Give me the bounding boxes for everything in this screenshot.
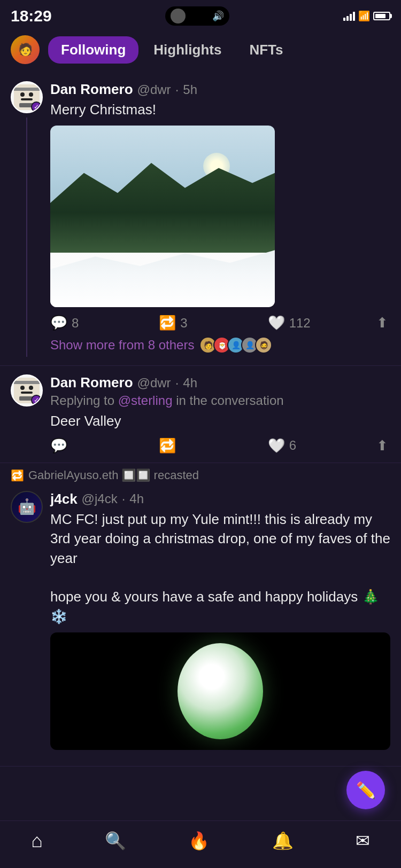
post-2-left: ✓ bbox=[11, 374, 43, 453]
post-3-left: 🤖 bbox=[11, 491, 43, 757]
tab-nfts[interactable]: NFTs bbox=[236, 36, 296, 64]
mail-icon: ✉ bbox=[356, 831, 370, 851]
bell-icon: 🔔 bbox=[272, 831, 294, 851]
show-more-text-1: Show more from 8 others bbox=[50, 338, 194, 353]
post-2-avatar[interactable]: ✓ bbox=[11, 374, 43, 406]
reply-action-2[interactable]: 💬 bbox=[50, 437, 159, 454]
post-1-dot: · bbox=[175, 82, 179, 97]
tab-following[interactable]: Following bbox=[48, 36, 138, 64]
post-2-content: Dan Romero @dwr · 4h Replying to @sterli… bbox=[50, 374, 390, 453]
mountain-art bbox=[50, 153, 275, 253]
nav-notifications[interactable]: 🔔 bbox=[272, 831, 294, 851]
nav-home[interactable]: ⌂ bbox=[31, 830, 43, 852]
post-1-handle: @dwr bbox=[137, 82, 171, 97]
post-2: ✓ Dan Romero @dwr · 4h Replying to @ster… bbox=[0, 366, 401, 463]
compose-icon: ✏️ bbox=[356, 781, 376, 800]
post-2-actions: 💬 🔁 🤍 6 ⬆ bbox=[50, 437, 390, 454]
post-2-text: Deer Valley bbox=[50, 411, 390, 431]
post-2-handle: @dwr bbox=[137, 376, 171, 390]
post-2-author: Dan Romero bbox=[50, 374, 133, 391]
nav-trending[interactable]: 🔥 bbox=[188, 831, 210, 851]
dynamic-island: 🔊 bbox=[165, 6, 229, 26]
post-3-wrapper: 🔁 GabrielAyuso.eth 🔲🔲 recasted 🤖 j4ck @j… bbox=[0, 463, 401, 767]
recast-icon-1: 🔁 bbox=[159, 315, 176, 331]
reply-action-1[interactable]: 💬 8 bbox=[50, 315, 159, 331]
like-action-1[interactable]: 🤍 112 bbox=[268, 315, 376, 331]
speaker-icon: 🔊 bbox=[212, 10, 224, 22]
tab-highlights[interactable]: Highlights bbox=[141, 36, 234, 64]
share-action-1[interactable]: ⬆ bbox=[376, 315, 390, 331]
post-3-dot: · bbox=[122, 491, 126, 506]
verified-badge-1: ✓ bbox=[31, 101, 42, 112]
post-1-actions: 💬 8 🔁 3 🤍 112 ⬆ bbox=[50, 315, 390, 331]
post-1-time: 5h bbox=[183, 82, 197, 97]
replying-to-text-2: Replying to bbox=[50, 393, 114, 408]
post-1: ✓ Dan Romero @dwr · 5h Merry Christmas! bbox=[0, 73, 401, 366]
nft-orb-art bbox=[178, 643, 263, 739]
recast-icon-2: 🔁 bbox=[159, 437, 176, 454]
home-icon: ⌂ bbox=[31, 830, 43, 852]
verified-badge-2: ✓ bbox=[31, 395, 42, 405]
post-3-header: j4ck @j4ck · 4h bbox=[50, 491, 390, 507]
post-2-header: Dan Romero @dwr · 4h bbox=[50, 374, 390, 391]
share-icon-1: ⬆ bbox=[376, 315, 388, 331]
recast-icon-bar: 🔁 bbox=[11, 469, 24, 482]
j4ck-avatar-icon: 🤖 bbox=[18, 498, 36, 515]
reply-icon-2: 💬 bbox=[50, 437, 67, 454]
like-icon-1: 🤍 bbox=[268, 315, 285, 331]
header: 🧑 Following Highlights NFTs bbox=[0, 30, 401, 73]
nav-search[interactable]: 🔍 bbox=[105, 831, 126, 851]
wifi-icon: 📶 bbox=[358, 10, 370, 22]
recast-count-1: 3 bbox=[180, 316, 187, 331]
like-action-2[interactable]: 🤍 6 bbox=[268, 437, 376, 454]
reply-icon-1: 💬 bbox=[50, 315, 67, 331]
mention-sterling[interactable]: @sterling bbox=[118, 393, 173, 408]
post-3-handle: @j4ck bbox=[82, 491, 118, 506]
post-1-left: ✓ bbox=[11, 81, 43, 357]
post-1-header: Dan Romero @dwr · 5h bbox=[50, 81, 390, 98]
share-action-2[interactable]: ⬆ bbox=[376, 437, 390, 454]
post-1-text: Merry Christmas! bbox=[50, 100, 390, 119]
share-icon-2: ⬆ bbox=[376, 437, 388, 454]
post-3-avatar[interactable]: 🤖 bbox=[11, 491, 43, 523]
others-avatars: 🧑 🎅 👤 👤 🧔 bbox=[199, 337, 272, 354]
feed: ✓ Dan Romero @dwr · 5h Merry Christmas! bbox=[0, 73, 401, 831]
nft-image-art bbox=[50, 632, 390, 750]
nav-tabs: Following Highlights NFTs bbox=[48, 36, 296, 64]
battery-icon bbox=[373, 12, 390, 20]
post-1-avatar[interactable]: ✓ bbox=[11, 81, 43, 113]
post-1-image[interactable] bbox=[50, 126, 275, 307]
recast-action-1[interactable]: 🔁 3 bbox=[159, 315, 267, 331]
replying-to-2: Replying to @sterling in the conversatio… bbox=[50, 393, 390, 408]
post-3-content: j4ck @j4ck · 4h MC FC! just put up my Yu… bbox=[50, 491, 390, 757]
signal-area: 📶 bbox=[343, 10, 390, 22]
post-3-text: MC FC! just put up my Yule mint!!! this … bbox=[50, 510, 390, 626]
fire-icon: 🔥 bbox=[188, 831, 210, 851]
search-icon: 🔍 bbox=[105, 831, 126, 851]
recast-bar-3: 🔁 GabrielAyuso.eth 🔲🔲 recasted bbox=[0, 463, 401, 482]
show-more-1[interactable]: Show more from 8 others 🧑 🎅 👤 👤 🧔 bbox=[50, 331, 390, 357]
thread-line-1 bbox=[26, 118, 27, 357]
post-3-author: j4ck bbox=[50, 491, 78, 507]
snow-art bbox=[50, 244, 275, 307]
compose-button[interactable]: ✏️ bbox=[346, 771, 385, 809]
user-avatar[interactable]: 🧑 bbox=[11, 35, 40, 64]
like-count-1: 112 bbox=[289, 316, 311, 331]
post-2-time: 4h bbox=[183, 376, 197, 390]
post-3-image[interactable] bbox=[50, 632, 390, 750]
recasted-by-text: GabrielAyuso.eth 🔲🔲 recasted bbox=[28, 468, 199, 482]
bottom-nav: ⌂ 🔍 🔥 🔔 ✉ bbox=[0, 820, 401, 868]
reply-count-1: 8 bbox=[72, 316, 79, 331]
like-icon-2: 🤍 bbox=[268, 437, 285, 454]
post-3: 🤖 j4ck @j4ck · 4h MC FC! just put up my … bbox=[0, 482, 401, 766]
recast-action-2[interactable]: 🔁 bbox=[159, 437, 267, 454]
replying-suffix-2: in the conversation bbox=[176, 393, 283, 408]
status-bar: 18:29 🔊 📶 bbox=[0, 0, 401, 30]
mini-avatar-5: 🧔 bbox=[255, 337, 272, 354]
nav-messages[interactable]: ✉ bbox=[356, 831, 370, 851]
post-2-dot: · bbox=[175, 376, 179, 390]
time-display: 18:29 bbox=[11, 7, 52, 25]
post-1-author: Dan Romero bbox=[50, 81, 133, 98]
camera-avatar bbox=[171, 9, 186, 24]
post-3-time: 4h bbox=[129, 491, 144, 506]
